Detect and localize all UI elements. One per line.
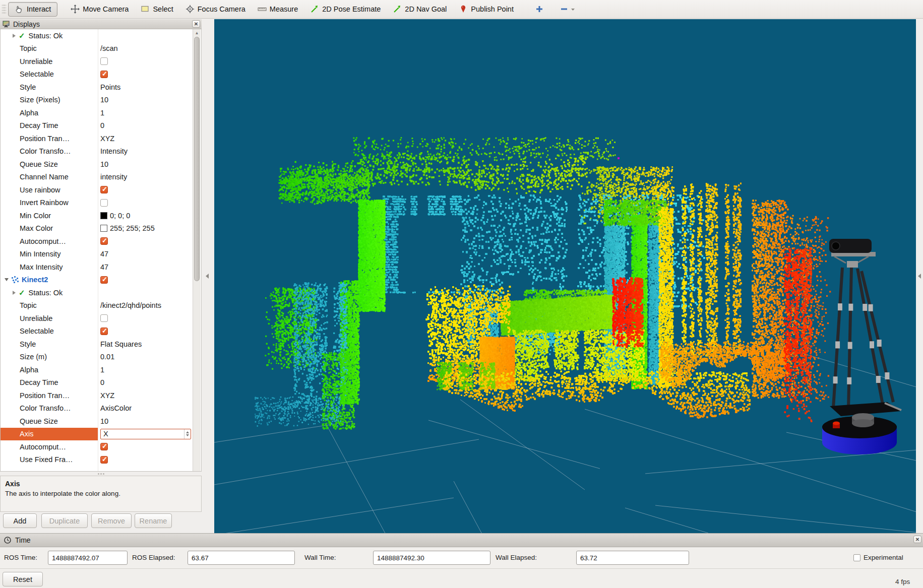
tree-row-style[interactable]: StyleFlat Squares <box>1 338 193 351</box>
wall-time-label: Wall Time: <box>304 554 336 561</box>
checked-checkbox[interactable] <box>100 328 108 335</box>
tree-row-min-color[interactable]: Min Color0; 0; 0 <box>1 209 193 222</box>
displays-tree: ✓Status: OkTopic/scanUnreliableSelectabl… <box>0 29 202 472</box>
tree-row-alpha[interactable]: Alpha1 <box>1 106 193 119</box>
tree-row-queue-size[interactable]: Queue Size10 <box>1 415 193 428</box>
tree-row-color-transfo-[interactable]: Color Transfo…AxisColor <box>1 402 193 415</box>
tree-row-status-ok[interactable]: ✓Status: Ok <box>1 29 193 42</box>
ros-elapsed-input[interactable]: 63.67 <box>188 551 295 565</box>
color-swatch[interactable] <box>100 225 107 232</box>
displays-close-icon[interactable]: ✕ <box>192 20 200 28</box>
collapse-icon[interactable] <box>5 278 9 281</box>
displays-icon <box>3 21 10 27</box>
tree-row-position-tran-[interactable]: Position Tran…XYZ <box>1 389 193 402</box>
unchecked-checkbox[interactable] <box>100 57 108 65</box>
tree-row-size-m-[interactable]: Size (m)0.01 <box>1 351 193 364</box>
tool-move-camera[interactable]: Move Camera <box>65 2 135 17</box>
tool-measure[interactable]: Measure <box>252 2 304 17</box>
tree-row-selectable[interactable]: Selectable <box>1 325 193 338</box>
tree-row-autocomput-[interactable]: Autocomput… <box>1 440 193 453</box>
display-enabled-checkbox[interactable] <box>100 276 108 284</box>
tool-focus-camera[interactable]: Focus Camera <box>179 2 252 17</box>
tree-row-unreliable[interactable]: Unreliable <box>1 55 193 68</box>
unchecked-checkbox[interactable] <box>100 199 108 207</box>
tool-remove-tool[interactable] <box>554 2 581 17</box>
tree-row-selectable[interactable]: Selectable <box>1 68 193 81</box>
tool-add-tool[interactable] <box>529 2 550 17</box>
displays-panel: Displays ✕ ✓Status: OkTopic/scanUnreliab… <box>0 19 202 531</box>
clock-icon <box>4 537 11 544</box>
axis-dropdown[interactable]: X <box>100 429 191 439</box>
panel-splitter-handle[interactable] <box>0 472 202 476</box>
wall-time-input[interactable]: 1488887492.30 <box>373 551 490 565</box>
tree-row-kinect2[interactable]: Kinect2 <box>1 274 193 287</box>
tree-row-decay-time[interactable]: Decay Time0 <box>1 119 193 133</box>
displays-panel-header[interactable]: Displays ✕ <box>0 19 202 29</box>
property-description: Axis The axis to interpolate the color a… <box>0 476 202 512</box>
tree-row-use-rainbow[interactable]: Use rainbow <box>1 183 193 197</box>
checked-checkbox[interactable] <box>100 186 108 193</box>
checked-checkbox[interactable] <box>100 71 108 78</box>
tree-row-color-transfo-[interactable]: Color Transfo…Intensity <box>1 145 193 158</box>
experimental-label: Experimental <box>864 554 903 561</box>
reset-button[interactable]: Reset <box>3 572 43 586</box>
status-ok-icon: ✓ <box>19 31 25 40</box>
property-description-text: The axis to interpolate the color along. <box>5 490 120 497</box>
wall-elapsed-input[interactable]: 63.72 <box>576 551 689 565</box>
ros-time-input[interactable]: 1488887492.07 <box>48 551 128 565</box>
3d-viewport[interactable] <box>214 19 916 533</box>
expand-icon[interactable] <box>13 34 16 38</box>
checked-checkbox[interactable] <box>100 443 108 450</box>
tree-row-queue-size[interactable]: Queue Size10 <box>1 158 193 171</box>
right-splitter-arrow-icon[interactable] <box>918 274 921 279</box>
wall-elapsed-label: Wall Elapsed: <box>496 554 537 561</box>
tree-row-topic[interactable]: Topic/scan <box>1 42 193 55</box>
tool-nav-goal[interactable]: 2D Nav Goal <box>387 2 453 17</box>
status-ok-icon: ✓ <box>19 288 25 297</box>
tree-row-style[interactable]: StylePoints <box>1 81 193 94</box>
tree-scrollbar-thumb[interactable] <box>194 37 200 281</box>
left-splitter-arrow-icon[interactable] <box>206 274 209 279</box>
ros-elapsed-label: ROS Elapsed: <box>132 554 175 561</box>
toolbar-drag-handle[interactable] <box>2 4 6 15</box>
pointcloud2-icon <box>11 276 19 284</box>
unchecked-checkbox[interactable] <box>100 314 108 322</box>
tool-interact[interactable]: Interact <box>8 2 57 17</box>
checked-checkbox[interactable] <box>100 456 108 464</box>
tree-row-max-color[interactable]: Max Color255; 255; 255 <box>1 222 193 235</box>
tree-row-position-tran-[interactable]: Position Tran…XYZ <box>1 132 193 145</box>
tree-row-size-pixels-[interactable]: Size (Pixels)10 <box>1 94 193 107</box>
tree-row-invert-rainbow[interactable]: Invert Rainbow <box>1 197 193 210</box>
add-button[interactable]: Add <box>3 513 37 528</box>
checked-checkbox[interactable] <box>100 237 108 245</box>
tree-row-topic[interactable]: Topic/kinect2/qhd/points <box>1 299 193 312</box>
experimental-checkbox[interactable] <box>853 554 860 561</box>
tool-select[interactable]: Select <box>135 2 179 17</box>
time-panel-title: Time <box>15 536 31 544</box>
fps-indicator: 4 fps <box>895 578 910 585</box>
tree-row-channel-name[interactable]: Channel Nameintensity <box>1 171 193 184</box>
tree-scrollbar[interactable]: ▲ <box>193 29 201 471</box>
tree-row-decay-time[interactable]: Decay Time0 <box>1 376 193 389</box>
tree-row-alpha[interactable]: Alpha1 <box>1 363 193 376</box>
time-panel-header[interactable]: Time ✕ <box>0 533 923 547</box>
tool-pose-estimate[interactable]: 2D Pose Estimate <box>304 2 387 17</box>
tree-row-axis[interactable]: AxisX <box>1 428 193 441</box>
tree-row-min-intensity[interactable]: Min Intensity47 <box>1 248 193 261</box>
tool-publish-point[interactable]: Publish Point <box>453 2 520 17</box>
tree-row-use-fixed-fra-[interactable]: Use Fixed Fra… <box>1 453 193 467</box>
remove-button[interactable]: Remove <box>91 513 132 528</box>
tree-row-status-ok[interactable]: ✓Status: Ok <box>1 286 193 299</box>
ros-time-label: ROS Time: <box>4 554 37 561</box>
toolbar: InteractMove CameraSelectFocus CameraMea… <box>0 0 923 19</box>
scroll-up-icon[interactable]: ▲ <box>194 30 200 36</box>
rename-button[interactable]: Rename <box>135 513 172 528</box>
time-close-icon[interactable]: ✕ <box>913 536 921 543</box>
tree-row-unreliable[interactable]: Unreliable <box>1 312 193 325</box>
color-swatch[interactable] <box>100 212 107 219</box>
expand-icon[interactable] <box>13 291 16 295</box>
duplicate-button[interactable]: Duplicate <box>41 513 88 528</box>
displays-buttons: AddDuplicateRemoveRename <box>0 513 202 531</box>
tree-row-max-intensity[interactable]: Max Intensity47 <box>1 260 193 274</box>
tree-row-autocomput-[interactable]: Autocomput… <box>1 235 193 248</box>
